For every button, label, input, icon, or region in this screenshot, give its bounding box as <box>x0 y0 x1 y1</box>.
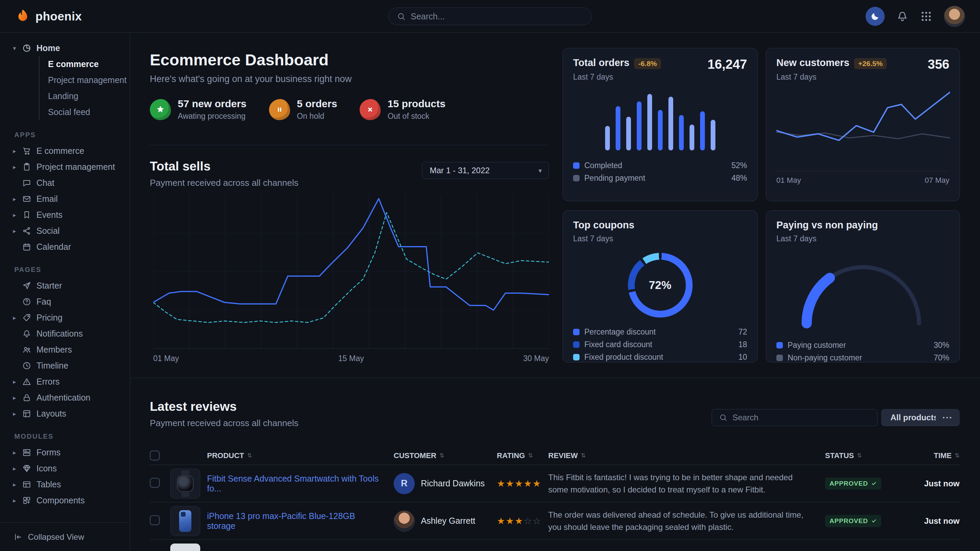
card-period: Last 7 days <box>776 234 878 243</box>
user-avatar[interactable] <box>944 6 965 27</box>
sidebar-subitem-e-commerce[interactable]: E commerce <box>40 56 130 72</box>
product-link[interactable]: iPhone 13 pro max-Pacific Blue-128GB sto… <box>207 511 394 531</box>
check-icon <box>871 481 877 486</box>
sidebar-item-project-management[interactable]: ▸Project management <box>0 159 130 175</box>
column-header-time[interactable]: TIME⇅ <box>908 451 959 460</box>
sidebar-item-social[interactable]: ▸Social <box>0 223 130 239</box>
legend-label: Fixed card discount <box>584 340 652 349</box>
column-header-customer[interactable]: CUSTOMER⇅ <box>394 451 497 460</box>
theme-toggle-button[interactable] <box>865 7 885 26</box>
sort-icon[interactable]: ⇅ <box>528 452 533 459</box>
column-header-rating[interactable]: RATING⇅ <box>497 451 548 460</box>
sidebar-item-icons[interactable]: ▸Icons <box>0 460 130 476</box>
caret-icon: ▾ <box>13 44 22 52</box>
sidebar-item-notifications[interactable]: Notifications <box>0 326 130 342</box>
order-bar <box>637 102 641 151</box>
caret-icon: ▸ <box>13 410 22 418</box>
sidebar-item-email[interactable]: ▸Email <box>0 191 130 207</box>
stat-awating-processing: 57 new ordersAwating processing <box>150 98 247 121</box>
reviews-search-input[interactable] <box>732 413 870 422</box>
sort-icon[interactable]: ⇅ <box>247 452 252 459</box>
star-icon: ★ <box>497 516 506 526</box>
card-period: Last 7 days <box>573 234 635 243</box>
sidebar-item-pricing[interactable]: ▸Pricing <box>0 310 130 326</box>
review-text: This Fitbit is fantastic! I was trying t… <box>548 472 825 496</box>
global-search <box>388 8 592 25</box>
more-options-button[interactable]: ··· <box>936 409 959 426</box>
sidebar-item-label: Events <box>37 210 62 220</box>
total-sells-title: Total sells <box>150 159 298 173</box>
sidebar-item-events[interactable]: ▸Events <box>0 207 130 223</box>
phone-product-image <box>179 510 191 532</box>
grid-icon <box>920 10 932 22</box>
sidebar-item-chat[interactable]: Chat <box>0 175 130 191</box>
sidebar-item-members[interactable]: Members <box>0 342 130 358</box>
sort-icon[interactable]: ⇅ <box>857 452 862 459</box>
sidebar-nav: ▾HomeE commerceProject managementLanding… <box>0 40 130 508</box>
review-table-row: Fitbit Sense Advanced Smartwatch with To… <box>150 465 959 502</box>
sidebar-subitem-project-management[interactable]: Project management <box>40 72 130 88</box>
legend-swatch <box>573 329 579 335</box>
global-search-input[interactable] <box>410 11 583 21</box>
row-checkbox[interactable] <box>150 515 160 525</box>
top-coupons-card: Top coupons Last 7 days 72% Percentage d… <box>563 210 758 362</box>
sidebar-subitem-social-feed[interactable]: Social feed <box>40 104 130 120</box>
sort-icon[interactable]: ⇅ <box>955 452 959 459</box>
order-bar <box>605 126 610 151</box>
moon-icon <box>870 11 880 21</box>
sidebar-item-forms[interactable]: ▸Forms <box>0 445 130 460</box>
row-checkbox[interactable] <box>150 478 160 488</box>
sort-icon[interactable]: ⇅ <box>581 452 586 459</box>
legend-value: 72 <box>738 327 747 337</box>
sidebar-subitem-landing[interactable]: Landing <box>40 88 130 104</box>
review-table-row: iPhone 13 pro max-Pacific Blue-128GB sto… <box>150 502 959 540</box>
form-icon <box>22 448 31 457</box>
orders-bar-chart <box>573 89 747 151</box>
select-all-checkbox[interactable] <box>150 451 160 460</box>
sidebar-item-label: Icons <box>37 464 57 473</box>
sidebar-item-home[interactable]: ▾Home <box>0 40 130 56</box>
column-header-product[interactable]: PRODUCT⇅ <box>207 451 394 460</box>
sidebar-item-components[interactable]: ▸Components <box>0 492 130 508</box>
sidebar-item-calendar[interactable]: Calendar <box>0 239 130 255</box>
clock-icon <box>22 361 31 370</box>
table-icon <box>22 480 31 489</box>
collapse-icon <box>14 533 22 541</box>
sidebar-item-label: Calendar <box>37 242 71 252</box>
column-header-review[interactable]: REVIEW⇅ <box>548 451 825 460</box>
legend-swatch <box>776 355 783 361</box>
layout-icon <box>22 409 31 418</box>
sidebar-item-tables[interactable]: ▸Tables <box>0 476 130 492</box>
apps-grid-button[interactable] <box>920 10 932 22</box>
star-icon: ★ <box>506 516 514 526</box>
legend-swatch <box>573 162 579 169</box>
sidebar-item-authentication[interactable]: ▸Authentication <box>0 390 130 406</box>
collapse-sidebar-button[interactable]: Collapsed View <box>0 522 130 551</box>
sidebar-item-label: Chat <box>37 178 54 188</box>
order-bar <box>679 115 684 151</box>
caret-icon: ▸ <box>13 394 22 402</box>
product-link[interactable]: Fitbit Sense Advanced Smartwatch with To… <box>207 474 394 494</box>
column-header-status[interactable]: STATUS⇅ <box>825 451 908 460</box>
date-range-select[interactable]: Mar 1 - 31, 2022 ▾ <box>422 162 549 179</box>
sidebar-item-faq[interactable]: Faq <box>0 294 130 310</box>
new-customers-card: New customers+26.5% Last 7 days 356 01 M… <box>766 48 960 201</box>
paying-gauge-chart <box>776 254 949 330</box>
rating-stars: ★★★☆☆ <box>497 516 548 527</box>
sidebar-item-errors[interactable]: ▸Errors <box>0 374 130 390</box>
review-time: Just now <box>908 516 959 526</box>
notifications-button[interactable] <box>896 10 908 22</box>
latest-reviews-subtitle: Payment received across all channels <box>150 418 298 429</box>
sort-icon[interactable]: ⇅ <box>440 452 444 459</box>
reviews-table: PRODUCT⇅CUSTOMER⇅RATING⇅REVIEW⇅STATUS⇅TI… <box>150 446 959 551</box>
sidebar-item-timeline[interactable]: Timeline <box>0 358 130 374</box>
stat-on-hold: 5 ordersOn hold <box>269 98 337 121</box>
brand[interactable]: phoenix <box>15 8 82 24</box>
sidebar-item-e-commerce[interactable]: ▸E commerce <box>0 143 130 159</box>
sidebar-item-layouts[interactable]: ▸Layouts <box>0 406 130 422</box>
orders-legend: Completed52%Pending payment48% <box>573 159 747 184</box>
sidebar-item-starter[interactable]: Starter <box>0 278 130 294</box>
stat-sublabel: Awating processing <box>178 112 247 121</box>
legend-label: Pending payment <box>584 173 645 183</box>
pie-icon <box>22 44 31 53</box>
